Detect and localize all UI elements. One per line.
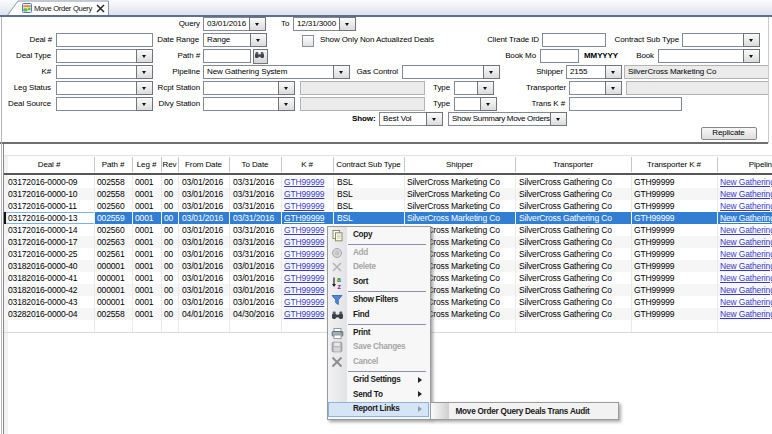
svg-text:z: z <box>338 282 342 289</box>
